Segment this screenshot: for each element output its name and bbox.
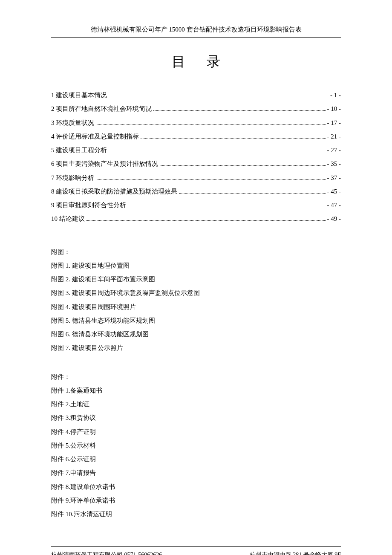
toc-entry: 1 建设项目基本情况 - 1 - [51, 88, 341, 102]
toc-label: 3 环境质量状况 [51, 116, 94, 130]
toc-leader [160, 165, 325, 166]
figure-item: 附图 1. 建设项目地理位置图 [51, 259, 341, 272]
toc-leader [179, 193, 325, 194]
toc-page: - 17 - [327, 116, 341, 130]
document-page: 德清林强机械有限公司年产 15000 套台钻配件技术改造项目环境影响报告表 目录… [51, 26, 341, 555]
attachments-heading: 附件： [51, 370, 341, 384]
page-title: 目录 [51, 52, 341, 71]
toc-leader [109, 97, 329, 97]
toc-entry: 9 项目审批原则符合性分析 - 47 - [51, 198, 341, 212]
toc-leader [109, 152, 325, 152]
toc-page: - 49 - [327, 212, 341, 225]
figure-item: 附图 3. 建设项目周边环境示意及噪声监测点位示意图 [51, 286, 341, 300]
figure-item: 附图 5. 德清县生态环境功能区规划图 [51, 314, 341, 327]
figure-item: 附图 7. 建设项目公示照片 [51, 341, 341, 355]
toc-label: 7 环境影响分析 [51, 171, 94, 185]
toc-leader [86, 220, 326, 221]
toc-label: 4 评价适用标准及总量控制指标 [51, 130, 139, 143]
toc-page: - 47 - [327, 198, 341, 212]
table-of-contents: 1 建设项目基本情况 - 1 - 2 项目所在地自然环境社会环境简况 - 10 … [51, 88, 341, 226]
attachment-item: 附件 7.申请报告 [51, 466, 341, 480]
attachment-item: 附件 8.建设单位承诺书 [51, 480, 341, 494]
toc-page: - 37 - [327, 171, 341, 185]
toc-label: 5 建设项目工程分析 [51, 143, 107, 157]
footer-right: 杭州市中河中路 281 号金峰大厦 9F [250, 551, 341, 555]
page-header: 德清林强机械有限公司年产 15000 套台钻配件技术改造项目环境影响报告表 [51, 26, 341, 38]
toc-page: - 10 - [327, 102, 341, 116]
toc-label: 9 项目审批原则符合性分析 [51, 198, 126, 212]
toc-entry: 10 结论建议 - 49 - [51, 212, 341, 225]
attachment-item: 附件 1.备案通知书 [51, 384, 341, 397]
attachment-item: 附件 2.土地证 [51, 397, 341, 411]
toc-leader [128, 207, 325, 207]
attachment-item: 附件 6.公示证明 [51, 452, 341, 466]
figure-item: 附图 2. 建设项目车间平面布置示意图 [51, 272, 341, 286]
toc-entry: 4 评价适用标准及总量控制指标 - 21 - [51, 130, 341, 143]
attachment-item: 附件 10.污水清运证明 [51, 507, 341, 521]
figures-section: 附图： 附图 1. 建设项目地理位置图 附图 2. 建设项目车间平面布置示意图 … [51, 245, 341, 355]
figures-heading: 附图： [51, 245, 341, 259]
toc-label: 8 建设项目拟采取的防治措施及预期治理效果 [51, 185, 177, 198]
toc-page: - 1 - [330, 88, 341, 102]
attachment-item: 附件 4.停产证明 [51, 425, 341, 439]
toc-page: - 27 - [327, 143, 341, 157]
toc-entry: 8 建设项目拟采取的防治措施及预期治理效果 - 45 - [51, 185, 341, 198]
toc-leader [153, 110, 325, 111]
attachments-section: 附件： 附件 1.备案通知书 附件 2.土地证 附件 3.租赁协议 附件 4.停… [51, 370, 341, 521]
toc-entry: 7 环境影响分析 - 37 - [51, 171, 341, 185]
toc-label: 10 结论建议 [51, 212, 85, 225]
toc-entry: 3 环境质量状况 - 17 - [51, 116, 341, 130]
footer-left: 杭州清雨环保工程有限公司 0571-56062626 [51, 551, 162, 555]
attachment-item: 附件 3.租赁协议 [51, 411, 341, 425]
attachment-item: 附件 5.公示材料 [51, 439, 341, 452]
toc-leader [141, 138, 325, 139]
figure-item: 附图 6. 德清县水环境功能区规划图 [51, 327, 341, 341]
page-footer: 杭州清雨环保工程有限公司 0571-56062626 杭州市中河中路 281 号… [51, 546, 341, 555]
toc-leader [96, 179, 325, 180]
toc-page: - 35 - [327, 157, 341, 171]
toc-entry: 5 建设项目工程分析 - 27 - [51, 143, 341, 157]
toc-entry: 2 项目所在地自然环境社会环境简况 - 10 - [51, 102, 341, 116]
attachment-item: 附件 9.环评单位承诺书 [51, 494, 341, 507]
toc-entry: 6 项目主要污染物产生及预计排放情况 - 35 - [51, 157, 341, 171]
toc-label: 2 项目所在地自然环境社会环境简况 [51, 102, 152, 116]
toc-label: 1 建设项目基本情况 [51, 88, 107, 102]
toc-page: - 21 - [327, 130, 341, 143]
figure-item: 附图 4. 建设项目周围环境照片 [51, 300, 341, 314]
toc-leader [96, 124, 325, 125]
toc-label: 6 项目主要污染物产生及预计排放情况 [51, 157, 158, 171]
toc-page: - 45 - [327, 185, 341, 198]
